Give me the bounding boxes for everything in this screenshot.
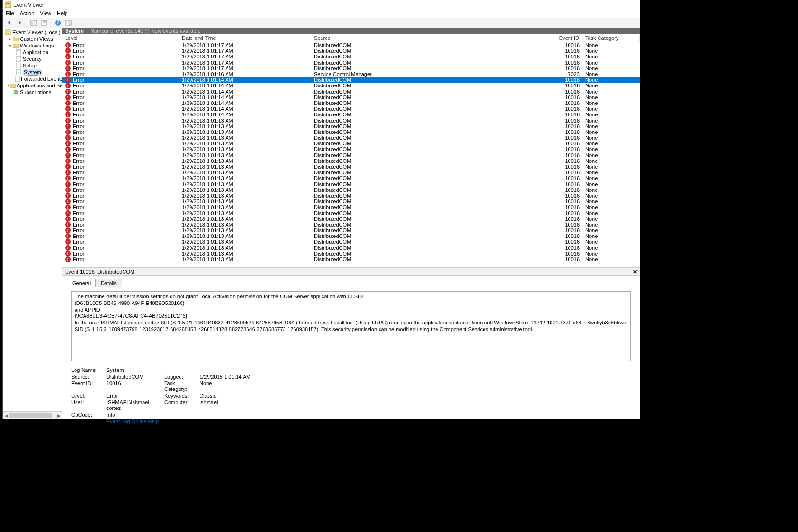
- tree-security[interactable]: Security: [3, 56, 62, 62]
- event-row[interactable]: !Error1/29/2018 1:01:13 AMDistributedCOM…: [62, 239, 640, 245]
- svg-rect-10: [69, 20, 71, 25]
- tab-details[interactable]: Details: [95, 279, 122, 287]
- event-row[interactable]: !Error1/29/2018 1:01:13 AMDistributedCOM…: [62, 170, 640, 175]
- properties-button[interactable]: [39, 19, 49, 27]
- scroll-right-arrow[interactable]: ▶: [56, 412, 62, 419]
- event-row[interactable]: !Error1/29/2018 1:01:13 AMDistributedCOM…: [62, 222, 640, 228]
- event-row[interactable]: !Error1/29/2018 1:01:14 AMDistributedCOM…: [62, 95, 640, 100]
- error-icon: !: [65, 233, 71, 239]
- grid-body[interactable]: !Error1/29/2018 1:01:17 AMDistributedCOM…: [62, 42, 640, 267]
- event-row[interactable]: !Error1/29/2018 1:01:14 AMDistributedCOM…: [62, 83, 640, 88]
- svg-rect-0: [5, 2, 11, 8]
- toolbar: ?: [3, 18, 640, 28]
- tree-apps-services[interactable]: ▸Applications and Services Lo: [3, 82, 62, 89]
- event-row[interactable]: !Error1/29/2018 1:01:13 AMDistributedCOM…: [62, 187, 640, 193]
- error-icon: !: [65, 181, 71, 187]
- event-row[interactable]: !Error1/29/2018 1:01:14 AMDistributedCOM…: [62, 106, 640, 112]
- event-row[interactable]: !Error1/29/2018 1:01:13 AMDistributedCOM…: [62, 181, 640, 187]
- tree-root[interactable]: Event Viewer (Local): [3, 29, 62, 36]
- svg-rect-17: [15, 76, 20, 82]
- event-row[interactable]: !Error1/29/2018 1:01:14 AMDistributedCOM…: [62, 112, 640, 117]
- event-row[interactable]: !Error1/29/2018 1:01:16 AMService Contro…: [62, 71, 640, 77]
- event-description[interactable]: The machine-default permission settings …: [71, 291, 631, 361]
- event-row[interactable]: !Error1/29/2018 1:01:13 AMDistributedCOM…: [62, 204, 640, 210]
- col-level[interactable]: Level: [62, 34, 179, 42]
- menu-action[interactable]: Action: [20, 10, 35, 16]
- tree-hscrollbar[interactable]: ◀ ▶: [3, 411, 62, 419]
- event-row[interactable]: !Error1/29/2018 1:01:13 AMDistributedCOM…: [62, 251, 640, 256]
- svg-rect-11: [6, 30, 10, 35]
- event-row[interactable]: !Error1/29/2018 1:01:13 AMDistributedCOM…: [62, 141, 640, 146]
- tree-windows-logs[interactable]: ▾Windows Logs: [3, 42, 62, 49]
- tree-setup[interactable]: Setup: [3, 62, 62, 69]
- lbl-level: Level:: [71, 393, 105, 399]
- close-details-button[interactable]: ✕: [633, 269, 637, 275]
- event-row[interactable]: !Error1/29/2018 1:01:13 AMDistributedCOM…: [62, 124, 640, 129]
- tab-general[interactable]: General: [67, 279, 96, 287]
- error-icon: !: [65, 216, 71, 222]
- event-row[interactable]: !Error1/29/2018 1:01:13 AMDistributedCOM…: [62, 146, 640, 152]
- grid-header: Level Date and Time Source Event ID Task…: [62, 34, 640, 42]
- event-row[interactable]: !Error1/29/2018 1:01:13 AMDistributedCOM…: [62, 164, 640, 170]
- event-row[interactable]: !Error1/29/2018 1:01:17 AMDistributedCOM…: [62, 48, 640, 54]
- error-icon: !: [65, 48, 71, 54]
- col-source[interactable]: Source: [311, 34, 504, 42]
- event-row[interactable]: !Error1/29/2018 1:01:13 AMDistributedCOM…: [62, 158, 640, 164]
- event-row[interactable]: !Error1/29/2018 1:01:13 AMDistributedCOM…: [62, 152, 640, 158]
- event-row[interactable]: !Error1/29/2018 1:01:17 AMDistributedCOM…: [62, 60, 640, 66]
- tree-custom-views[interactable]: ▸Custom Views: [3, 36, 62, 42]
- val-logged: 1/29/2018 1:01:14 AM: [200, 374, 294, 380]
- event-row[interactable]: !Error1/29/2018 1:01:17 AMDistributedCOM…: [62, 66, 640, 71]
- error-icon: !: [65, 158, 71, 164]
- svg-text:?: ?: [57, 19, 60, 25]
- tree-subscriptions[interactable]: Subscriptions: [3, 89, 62, 95]
- event-row[interactable]: !Error1/29/2018 1:01:13 AMDistributedCOM…: [62, 245, 640, 251]
- link-moreinfo[interactable]: Event Log Online Help: [106, 418, 159, 424]
- menu-help[interactable]: Help: [57, 10, 68, 16]
- back-button[interactable]: [5, 19, 14, 27]
- event-row[interactable]: !Error1/29/2018 1:01:13 AMDistributedCOM…: [62, 193, 640, 199]
- error-icon: !: [65, 89, 71, 95]
- scroll-thumb[interactable]: [10, 413, 52, 418]
- error-icon: !: [65, 210, 71, 216]
- show-hide-tree-button[interactable]: [29, 19, 38, 27]
- event-row[interactable]: !Error1/29/2018 1:01:13 AMDistributedCOM…: [62, 199, 640, 204]
- col-date[interactable]: Date and Time: [179, 34, 311, 42]
- tree-system[interactable]: System: [3, 69, 62, 76]
- refresh-button[interactable]: [64, 19, 73, 27]
- event-row[interactable]: !Error1/29/2018 1:01:13 AMDistributedCOM…: [62, 135, 640, 141]
- error-icon: !: [65, 124, 71, 129]
- col-task-category[interactable]: Task Category: [582, 34, 640, 42]
- scroll-left-arrow[interactable]: ◀: [3, 412, 10, 419]
- val-logname: System: [106, 367, 163, 373]
- tree-application[interactable]: Application: [3, 49, 62, 56]
- event-row[interactable]: !Error1/29/2018 1:01:14 AMDistributedCOM…: [62, 100, 640, 106]
- panel-subtitle: Number of events: 140 (!) New events ava…: [90, 28, 200, 34]
- panel-header: System Number of events: 140 (!) New eve…: [62, 28, 640, 34]
- col-event-id[interactable]: Event ID: [504, 34, 582, 42]
- event-row[interactable]: !Error1/29/2018 1:01:17 AMDistributedCOM…: [62, 42, 640, 48]
- error-icon: !: [65, 60, 71, 66]
- event-row[interactable]: !Error1/29/2018 1:01:13 AMDistributedCOM…: [62, 117, 640, 123]
- val-computer: Ishmael: [200, 399, 294, 411]
- forward-button[interactable]: [15, 19, 25, 27]
- event-row[interactable]: !Error1/29/2018 1:01:13 AMDistributedCOM…: [62, 210, 640, 216]
- help-button[interactable]: ?: [53, 19, 63, 27]
- menu-view[interactable]: View: [40, 10, 51, 16]
- event-row[interactable]: !Error1/29/2018 1:01:13 AMDistributedCOM…: [62, 216, 640, 222]
- error-icon: !: [65, 112, 71, 117]
- lbl-user: User:: [71, 399, 105, 411]
- error-icon: !: [65, 100, 71, 106]
- event-row[interactable]: !Error1/29/2018 1:01:13 AMDistributedCOM…: [62, 233, 640, 239]
- event-viewer-window: Event Viewer File Action View Help ? Eve…: [2, 0, 640, 419]
- menu-file[interactable]: File: [6, 10, 14, 16]
- event-row[interactable]: !Error1/29/2018 1:01:13 AMDistributedCOM…: [62, 129, 640, 135]
- event-row[interactable]: !Error1/29/2018 1:01:14 AMDistributedCOM…: [62, 89, 640, 95]
- event-row[interactable]: !Error1/29/2018 1:01:13 AMDistributedCOM…: [62, 228, 640, 233]
- event-row[interactable]: !Error1/29/2018 1:01:13 AMDistributedCOM…: [62, 175, 640, 181]
- event-row[interactable]: !Error1/29/2018 1:01:13 AMDistributedCOM…: [62, 256, 640, 262]
- tree-forwarded[interactable]: Forwarded Events: [3, 76, 62, 82]
- event-row[interactable]: !Error1/29/2018 1:01:14 AMDistributedCOM…: [62, 77, 640, 83]
- navigation-tree[interactable]: Event Viewer (Local) ▸Custom Views ▾Wind…: [3, 28, 62, 411]
- event-row[interactable]: !Error1/29/2018 1:01:17 AMDistributedCOM…: [62, 54, 640, 59]
